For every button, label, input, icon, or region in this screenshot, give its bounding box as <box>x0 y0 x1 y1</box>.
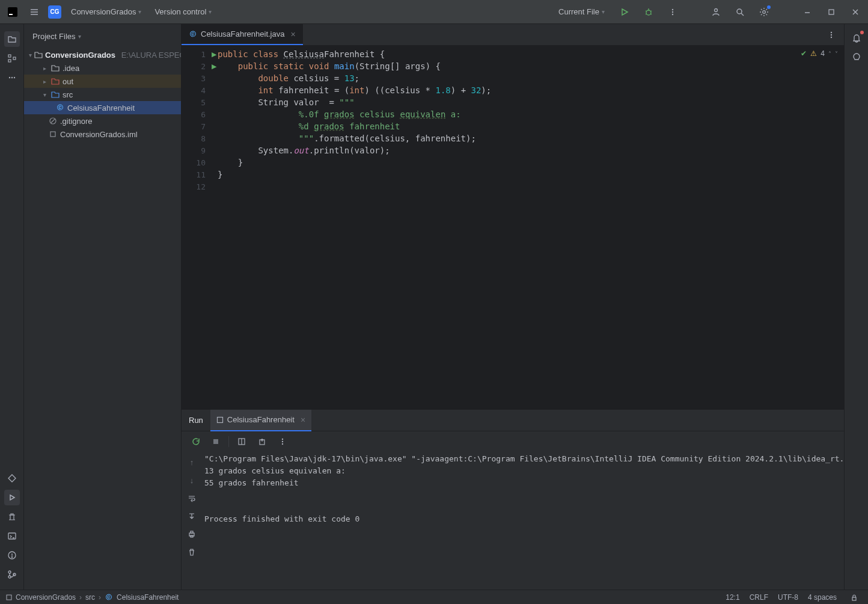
class-icon: ⓒ <box>55 103 65 112</box>
file-encoding[interactable]: UTF-8 <box>778 593 798 602</box>
svg-rect-23 <box>8 60 11 62</box>
expand-arrow-icon[interactable]: ▸ <box>41 65 48 72</box>
svg-point-26 <box>11 77 12 78</box>
svg-marker-28 <box>8 475 16 482</box>
tree-root[interactable]: ▾ ConversionGrados E:\ALURA ESPECIA <box>24 48 181 61</box>
intellij-logo-icon[interactable] <box>5 4 20 20</box>
svg-point-27 <box>13 77 14 78</box>
svg-point-33 <box>8 571 11 573</box>
svg-rect-51 <box>191 531 193 533</box>
readonly-lock-icon[interactable] <box>846 590 862 605</box>
console-rail: ↑ ↓ <box>182 452 202 590</box>
version-control-menu[interactable]: Version control ▾ <box>151 5 215 19</box>
more-actions-icon[interactable] <box>665 4 680 20</box>
clear-icon[interactable] <box>184 544 200 560</box>
svg-point-14 <box>715 8 718 11</box>
tree-item-gitignore[interactable]: .gitignore <box>24 114 181 128</box>
cursor-position[interactable]: 12:1 <box>726 593 739 602</box>
left-tool-rail <box>0 24 24 590</box>
svg-rect-1 <box>9 14 13 15</box>
tree-item-idea[interactable]: ▸ .idea <box>24 61 181 75</box>
editor-more-icon[interactable] <box>824 27 839 43</box>
vcs-tool-icon[interactable] <box>4 567 20 582</box>
run-config-label: Current File <box>558 7 599 16</box>
settings-icon[interactable] <box>756 4 772 20</box>
terminal-tool-icon[interactable] <box>4 528 20 544</box>
inspection-widget[interactable]: ✔ ⚠ 4 ˄ ˅ <box>801 49 838 58</box>
close-tab-icon[interactable]: × <box>301 415 305 425</box>
window-minimize-icon[interactable] <box>799 4 815 20</box>
svg-rect-54 <box>852 597 856 600</box>
project-panel-title: Project Files <box>32 32 76 41</box>
run-config-selector[interactable]: Current File ▾ <box>555 5 608 19</box>
project-panel-header[interactable]: Project Files ▾ <box>24 24 181 48</box>
layout-icon[interactable] <box>234 434 249 449</box>
expand-arrow-icon[interactable]: ▾ <box>29 52 32 58</box>
ai-assistant-icon[interactable] <box>849 49 864 65</box>
breadcrumbs[interactable]: ConversionGrados › src › ⓒ CelsiusaFahre… <box>6 593 179 602</box>
line-separator[interactable]: CRLF <box>750 593 768 602</box>
more-icon[interactable] <box>275 434 290 449</box>
chevron-down-icon[interactable]: ˅ <box>835 51 838 57</box>
folder-icon <box>50 63 60 73</box>
run-button[interactable] <box>617 4 632 20</box>
chevron-up-icon[interactable]: ˄ <box>828 51 831 57</box>
build-tool-icon[interactable] <box>4 509 20 525</box>
editor-tab[interactable]: ⓒ CelsiusaFahrenheit.java × <box>182 24 303 45</box>
project-selector[interactable]: ConversionGrados ▾ <box>67 5 145 19</box>
services-tool-icon[interactable] <box>4 470 20 486</box>
run-tool-icon[interactable] <box>4 490 20 505</box>
tree-item-iml[interactable]: ConversionGrados.iml <box>24 128 181 141</box>
svg-line-37 <box>51 119 55 123</box>
project-badge: CG <box>48 5 61 19</box>
structure-tool-icon[interactable] <box>4 51 20 66</box>
code-editor[interactable]: 1▶2▶3456789101112 public class CelsiusaF… <box>182 46 844 409</box>
project-tree[interactable]: ▾ ConversionGrados E:\ALURA ESPECIA ▸ .i… <box>24 48 181 590</box>
svg-point-49 <box>282 443 283 445</box>
svg-rect-38 <box>50 132 55 137</box>
main-menu-icon[interactable] <box>26 4 42 20</box>
svg-point-34 <box>8 576 11 578</box>
class-icon: ⓒ <box>189 30 197 39</box>
print-icon[interactable] <box>184 526 200 542</box>
svg-line-9 <box>646 14 647 14</box>
soft-wrap-icon[interactable] <box>184 490 200 506</box>
svg-rect-19 <box>829 10 834 14</box>
breadcrumb-item[interactable]: ConversionGrados <box>16 593 76 602</box>
close-tab-icon[interactable]: × <box>290 29 295 39</box>
code-content[interactable]: public class CelsiusaFahrenheit { public… <box>218 46 844 409</box>
indent-setting[interactable]: 4 spaces <box>808 593 837 602</box>
export-icon[interactable] <box>254 434 270 449</box>
breadcrumb-item[interactable]: src <box>85 593 95 602</box>
rerun-icon[interactable] <box>188 434 203 449</box>
run-tab[interactable]: CelsiusaFahrenheit × <box>210 410 311 431</box>
tree-item-class[interactable]: ⓒ CelsiusaFahrenheit <box>24 101 181 114</box>
project-tool-icon[interactable] <box>4 31 20 47</box>
class-icon: ⓒ <box>105 593 113 602</box>
down-stack-icon[interactable]: ↓ <box>184 472 200 488</box>
notifications-icon[interactable] <box>849 30 864 46</box>
problems-tool-icon[interactable] <box>4 547 20 563</box>
search-icon[interactable] <box>732 4 748 20</box>
code-with-me-icon[interactable] <box>708 4 724 20</box>
scroll-end-icon[interactable] <box>184 508 200 524</box>
tree-item-src[interactable]: ▾ src <box>24 88 181 101</box>
status-bar: ConversionGrados › src › ⓒ CelsiusaFahre… <box>0 590 868 604</box>
more-tools-icon[interactable] <box>4 70 20 85</box>
expand-arrow-icon[interactable]: ▾ <box>41 91 48 98</box>
window-maximize-icon[interactable] <box>824 4 839 20</box>
debug-button[interactable] <box>641 4 656 20</box>
window-close-icon[interactable] <box>848 4 863 20</box>
up-stack-icon[interactable]: ↑ <box>184 454 200 470</box>
chevron-down-icon: ▾ <box>138 8 141 15</box>
project-panel: Project Files ▾ ▾ ConversionGrados E:\AL… <box>24 24 182 590</box>
expand-arrow-icon[interactable]: ▸ <box>41 78 48 85</box>
tree-item-out[interactable]: ▸ out <box>24 75 181 88</box>
stop-icon[interactable] <box>208 434 224 449</box>
console-output[interactable]: "C:\Program Files\Java\jdk-17\bin\java.e… <box>202 452 844 590</box>
run-toolbar <box>182 431 844 452</box>
chevron-right-icon: › <box>99 593 101 602</box>
breadcrumb-item[interactable]: CelsiusaFahrenheit <box>117 593 179 602</box>
editor-tab-label: CelsiusaFahrenheit.java <box>201 29 284 39</box>
svg-point-17 <box>763 10 766 13</box>
